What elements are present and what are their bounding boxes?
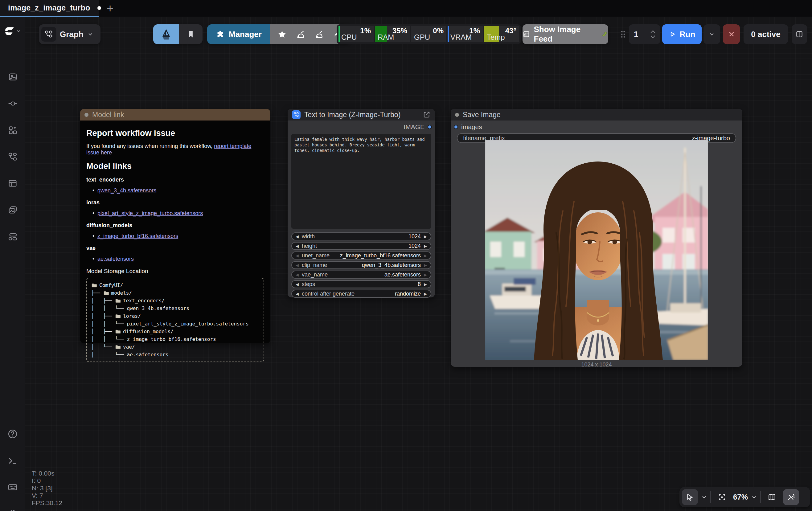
- model-file-link[interactable]: qwen_3_4b.safetensors: [97, 187, 156, 193]
- output-image-port[interactable]: [428, 125, 432, 129]
- gallery-icon: [8, 205, 18, 215]
- graph-selector[interactable]: Graph: [39, 24, 100, 44]
- panel-toggle-button[interactable]: [792, 24, 807, 44]
- pointer-tool-button[interactable]: [682, 489, 698, 505]
- widget-vae-name[interactable]: ◀ vae_name ae.safetensors ▶: [291, 271, 431, 279]
- zoom-level[interactable]: 67%: [733, 493, 748, 502]
- clean-cache-button[interactable]: [310, 24, 328, 44]
- gpu-value: 0%: [433, 27, 444, 35]
- sidebar-item-shortcuts[interactable]: [4, 479, 21, 496]
- collapse-dot-icon[interactable]: [84, 113, 88, 117]
- decrement-arrow-icon[interactable]: ◀: [296, 235, 299, 239]
- chevron-down-icon[interactable]: [701, 494, 707, 500]
- sidebar-item-queue[interactable]: [4, 228, 21, 245]
- tab-title: image_z_image_turbo: [8, 3, 90, 12]
- sidebar-item-help[interactable]: [4, 425, 21, 443]
- layout-icon: [8, 178, 18, 188]
- cpu-value: 1%: [360, 27, 371, 35]
- chevron-down-icon[interactable]: [751, 494, 757, 500]
- system-stats: 1% CPU 35% RAM 0% GPU 1% VRAM 43° Temp: [337, 24, 521, 44]
- next-option-arrow-icon[interactable]: ▶: [424, 254, 427, 258]
- active-jobs-button[interactable]: 0 active: [744, 24, 788, 44]
- node-title: Model link: [92, 111, 124, 119]
- run-options-button[interactable]: [703, 24, 720, 44]
- sidebar-item-workflows[interactable]: [4, 148, 21, 166]
- node-text-to-image-header[interactable]: Text to Image (Z-Image-Turbo): [288, 109, 435, 121]
- widget-steps[interactable]: ◀ steps 8 ▶: [291, 280, 431, 288]
- collapse-dot-icon[interactable]: [455, 113, 459, 117]
- node-text-to-image[interactable]: Text to Image (Z-Image-Turbo) IMAGE Lati…: [288, 109, 435, 297]
- toggle-links-button[interactable]: [783, 489, 799, 505]
- stat-temp: 43° Temp: [484, 26, 519, 42]
- cancel-button[interactable]: [723, 24, 740, 44]
- next-option-arrow-icon[interactable]: ▶: [424, 263, 427, 267]
- image-feed-icon: [523, 30, 530, 38]
- chevron-down-icon: [709, 31, 715, 37]
- widget-height[interactable]: ◀ height 1024 ▶: [291, 242, 431, 250]
- prev-option-arrow-icon[interactable]: ◀: [296, 273, 299, 277]
- plus-icon: +: [107, 2, 113, 15]
- terminal-icon: [7, 455, 18, 466]
- sidebar-item-settings[interactable]: [4, 506, 21, 511]
- canvas-controls: 67%: [679, 487, 810, 507]
- decrement-icon[interactable]: [650, 35, 656, 38]
- folder-icon: [115, 299, 121, 303]
- new-tab-button[interactable]: +: [99, 0, 121, 17]
- node-save-image[interactable]: Save Image images filename_prefix z-imag…: [451, 109, 742, 367]
- next-option-arrow-icon[interactable]: ▶: [424, 292, 427, 296]
- open-subgraph-icon[interactable]: [423, 111, 431, 119]
- increment-arrow-icon[interactable]: ▶: [424, 244, 427, 248]
- widget-clip-name[interactable]: ◀ clip_name qwen_3_4b.safetensors ▶: [291, 261, 431, 269]
- widget-width[interactable]: ◀ width 1024 ▶: [291, 232, 431, 240]
- sidebar-item-terminal[interactable]: [4, 452, 21, 470]
- sidebar-item-assets[interactable]: [4, 68, 21, 85]
- clean-workflow-button[interactable]: [291, 24, 310, 44]
- show-image-feed-label: Show Image Feed: [534, 25, 598, 44]
- node-model-link[interactable]: Model link Report workflow issue If you …: [80, 109, 270, 343]
- model-file-link[interactable]: ae.safetensors: [97, 256, 134, 262]
- widget-unet-name[interactable]: ◀ unet_name z_image_turbo_bf16.safetenso…: [291, 251, 431, 260]
- tab-workflow[interactable]: image_z_image_turbo: [0, 0, 99, 17]
- prev-option-arrow-icon[interactable]: ◀: [296, 254, 299, 258]
- node-model-link-header[interactable]: Model link: [80, 109, 270, 121]
- favorites-button[interactable]: [273, 24, 291, 44]
- bookmark-button[interactable]: [179, 24, 203, 44]
- fit-view-button[interactable]: [714, 489, 730, 505]
- input-images-port[interactable]: [454, 125, 458, 129]
- sidebar-item-gallery[interactable]: [4, 202, 21, 219]
- prev-option-arrow-icon[interactable]: ◀: [296, 292, 299, 296]
- widget-control-after-generate[interactable]: ◀ control after generate randomize ▶: [291, 290, 431, 298]
- toolbar-drag-handle[interactable]: [619, 24, 627, 44]
- sidebar-item-node-library[interactable]: [4, 121, 21, 139]
- app-menu-button[interactable]: [0, 27, 25, 36]
- vram-label: VRAM: [451, 33, 472, 41]
- sidebar-item-templates[interactable]: [4, 175, 21, 192]
- cpu-label: CPU: [341, 33, 357, 41]
- increment-icon[interactable]: [650, 30, 656, 33]
- sidebar-item-node-pipeline[interactable]: [4, 95, 21, 112]
- decrement-arrow-icon[interactable]: ◀: [296, 282, 299, 286]
- run-button[interactable]: Run: [662, 24, 702, 44]
- minimap-button[interactable]: [764, 489, 780, 505]
- show-image-feed-button[interactable]: Show Image Feed: [523, 24, 608, 44]
- decrement-arrow-icon[interactable]: ◀: [296, 244, 299, 248]
- generated-image-preview[interactable]: [485, 140, 708, 360]
- increment-arrow-icon[interactable]: ▶: [424, 235, 427, 239]
- node-save-image-header[interactable]: Save Image: [451, 109, 742, 121]
- sailboat-icon: [160, 28, 172, 40]
- prompt-textarea[interactable]: Latina female with thick wavy hair, harb…: [291, 134, 431, 229]
- x-icon: [728, 31, 735, 38]
- model-file-link[interactable]: pixel_art_style_z_image_turbo.safetensor…: [97, 210, 203, 216]
- model-file-link[interactable]: z_image_turbo_bf16.safetensors: [97, 233, 178, 239]
- graph-icon: [41, 27, 56, 41]
- manager-button[interactable]: Manager: [207, 24, 270, 44]
- gpu-label: GPU: [414, 33, 430, 41]
- prev-option-arrow-icon[interactable]: ◀: [296, 263, 299, 267]
- node-widgets: ◀ width 1024 ▶ ◀ height 1024 ▶ ◀ unet_na…: [291, 232, 431, 298]
- templates-button[interactable]: [153, 24, 179, 44]
- increment-arrow-icon[interactable]: ▶: [424, 282, 427, 286]
- category-diffusion-models: diffusion_models: [86, 222, 264, 229]
- next-option-arrow-icon[interactable]: ▶: [424, 273, 427, 277]
- batch-count-input[interactable]: 1: [629, 24, 660, 44]
- folder-icon: [115, 345, 121, 349]
